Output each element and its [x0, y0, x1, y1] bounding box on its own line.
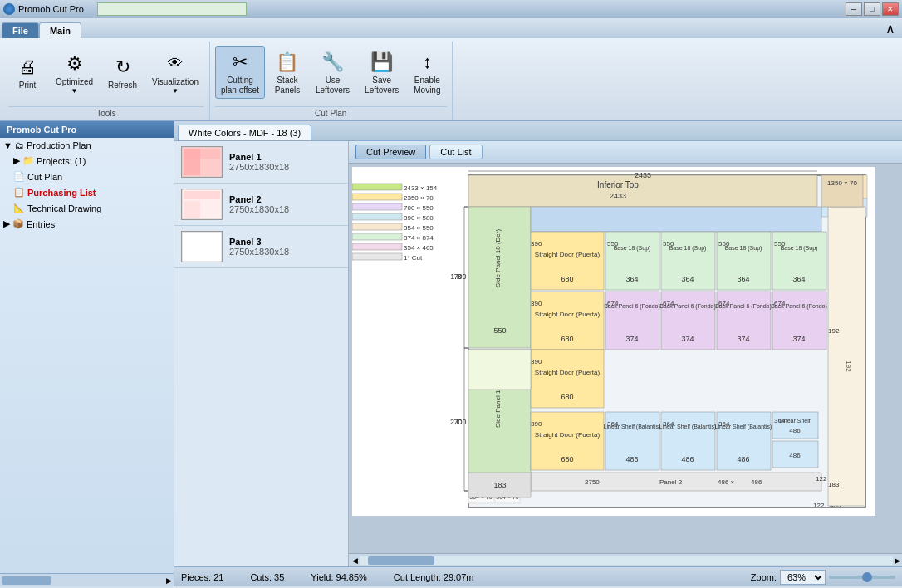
minimize-button[interactable]: ─ — [846, 2, 862, 16]
cutting-label: Cuttingplan offset — [221, 76, 259, 96]
main-tab[interactable]: Main — [39, 22, 81, 38]
svg-text:Straight Door (Puerta): Straight Door (Puerta) — [535, 431, 601, 439]
svg-text:550: 550 — [663, 240, 674, 247]
svg-text:486: 486 — [737, 455, 749, 463]
svg-text:390: 390 — [531, 420, 542, 428]
production-plan-label: Production Plan — [27, 140, 91, 150]
panel-1-info: Panel 1 2750x1830x18 — [229, 152, 289, 172]
svg-text:183: 183 — [493, 481, 506, 489]
cut-list-button[interactable]: Cut List — [429, 145, 482, 159]
svg-text:122: 122 — [816, 475, 827, 483]
panel-item-3[interactable]: Panel 3 2750x1830x18 — [174, 226, 348, 268]
panel-1-size: 2750x1830x18 — [229, 162, 289, 172]
svg-text:364: 364 — [607, 420, 619, 428]
enable-moving-icon: ↕ — [414, 49, 440, 76]
sidebar-item-entries[interactable]: ▶ 📦 Entries — [0, 216, 174, 232]
svg-text:364: 364 — [625, 275, 638, 283]
stack-panels-button[interactable]: 📋 StackPanels — [268, 46, 306, 99]
enable-moving-button[interactable]: ↕ EnableMoving — [408, 46, 446, 99]
scroll-right-button[interactable]: ▶ — [895, 556, 900, 565]
svg-text:674: 674 — [663, 300, 674, 307]
panel-item-2[interactable]: Panel 2 2750x1830x18 — [174, 184, 348, 226]
search-input[interactable] — [97, 2, 247, 16]
svg-text:2.C: 2.C — [450, 418, 463, 426]
sidebar-scroll-right[interactable]: ▶ — [166, 576, 172, 585]
sidebar-item-technical-drawing[interactable]: 📐 Technical Drawing — [0, 200, 174, 216]
svg-rect-42 — [531, 207, 821, 232]
save-leftovers-button[interactable]: 💾 SaveLeftovers — [359, 46, 404, 99]
svg-rect-17 — [352, 233, 402, 240]
scroll-left-button[interactable]: ◀ — [352, 556, 358, 565]
panel-2-info: Panel 2 2750x1830x18 — [229, 194, 289, 214]
sidebar-item-projects[interactable]: ▶ 📁 Projects: (1) — [0, 153, 174, 169]
use-leftovers-button[interactable]: 🔧 UseLeftovers — [310, 46, 355, 99]
svg-text:Side Panel 18 (Der): Side Panel 18 (Der) — [494, 229, 502, 288]
svg-rect-13 — [352, 213, 402, 220]
scroll-thumb-h — [368, 556, 434, 565]
print-label: Print — [19, 81, 37, 91]
svg-text:680: 680 — [561, 275, 573, 283]
svg-text:680: 680 — [561, 455, 573, 463]
panel-content: Panel 1 2750x1830x18 Panel 2 27 — [174, 141, 902, 566]
panel-2-svg — [182, 189, 222, 219]
print-button[interactable]: 🖨 Print — [8, 51, 47, 94]
tools-group: 🖨 Print ⚙ Optimized ▼ ↻ Refresh 👁 Visual… — [3, 42, 210, 120]
svg-text:2750: 2750 — [585, 478, 600, 486]
svg-text:192: 192 — [845, 360, 852, 372]
ribbon-tabs: File Main ∧ — [0, 18, 902, 38]
svg-text:700 × 550: 700 × 550 — [404, 204, 434, 212]
cutting-plan-offset-button[interactable]: ✂ Cuttingplan offset — [215, 46, 265, 99]
svg-text:Base 18 (Sup): Base 18 (Sup) — [781, 245, 818, 252]
sidebar-scrollbar[interactable]: ▶ — [0, 573, 174, 586]
production-plan-arrow: ▼ — [3, 140, 12, 150]
svg-rect-4 — [184, 191, 220, 199]
panel-tab-1[interactable]: White.Colors - MDF - 18 (3) — [178, 125, 311, 140]
zoom-slider[interactable] — [829, 576, 895, 579]
svg-rect-7 — [352, 184, 402, 190]
maximize-button[interactable]: □ — [864, 2, 880, 16]
visualization-button[interactable]: 👁 Visualization ▼ — [146, 47, 204, 98]
svg-text:486 ×: 486 × — [718, 478, 735, 486]
panel-3-thumbnail — [181, 231, 223, 262]
file-tab[interactable]: File — [2, 22, 39, 38]
svg-text:Straight Door (Puerta): Straight Door (Puerta) — [535, 369, 601, 376]
svg-text:183: 183 — [828, 481, 840, 488]
entries-icon: 📦 — [12, 218, 24, 229]
entries-arrow: ▶ — [3, 218, 10, 229]
svg-rect-2 — [184, 149, 220, 159]
visualization-label: Visualization — [152, 77, 199, 87]
sidebar-item-production-plan[interactable]: ▼ 🗂 Production Plan — [0, 138, 174, 153]
svg-text:354 × 465: 354 × 465 — [404, 244, 434, 252]
svg-rect-15 — [352, 223, 402, 230]
svg-text:486: 486 — [681, 455, 694, 463]
svg-text:674: 674 — [607, 300, 619, 307]
cut-diagram[interactable]: 2433 × 154 2350 × 70 700 × 550 390 × 580… — [349, 164, 902, 553]
panel-2-name: Panel 2 — [229, 194, 289, 204]
app-icon — [3, 3, 15, 15]
collapse-ribbon-button[interactable]: ∧ — [879, 19, 902, 38]
visualization-chevron: ▼ — [172, 87, 179, 95]
projects-label: Projects: (1) — [37, 156, 86, 166]
close-button[interactable]: ✕ — [882, 2, 899, 16]
svg-text:2433: 2433 — [635, 171, 651, 179]
sidebar-item-purchasing-list[interactable]: 📋 Purchasing List — [0, 184, 174, 200]
cut-diagram-scrollbar-h[interactable]: ◀ ▶ — [349, 553, 902, 566]
zoom-select[interactable]: 63% 50% 75% 100% — [780, 570, 826, 585]
projects-icon: 📁 — [22, 155, 34, 166]
optimized-button[interactable]: ⚙ Optimized ▼ — [50, 47, 99, 98]
sidebar-item-cut-plan[interactable]: 📄 Cut Plan — [0, 169, 174, 184]
stack-icon: 📋 — [274, 49, 301, 76]
panel-3-info: Panel 3 2750x1830x18 — [229, 237, 289, 257]
tools-buttons: 🖨 Print ⚙ Optimized ▼ ↻ Refresh 👁 Visual… — [8, 42, 204, 105]
sidebar-scroll-thumb — [2, 576, 51, 585]
svg-text:550: 550 — [493, 326, 506, 335]
cut-preview-button[interactable]: Cut Preview — [355, 145, 426, 159]
zoom-control: Zoom: 63% 50% 75% 100% — [751, 570, 895, 585]
svg-text:680: 680 — [561, 335, 573, 343]
svg-text:374: 374 — [681, 335, 694, 343]
panel-item-1[interactable]: Panel 1 2750x1830x18 — [174, 141, 348, 184]
zoom-label: Zoom: — [751, 572, 777, 582]
panel-tabs: White.Colors - MDF - 18 (3) — [174, 121, 902, 141]
refresh-button[interactable]: ↻ Refresh — [102, 51, 143, 94]
svg-text:Inferior Top: Inferior Top — [597, 180, 639, 189]
